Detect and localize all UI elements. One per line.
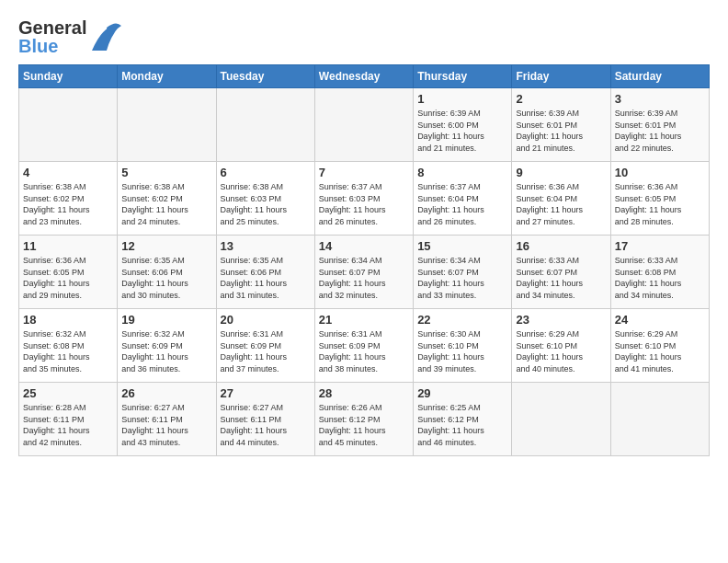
day-number: 7	[319, 166, 409, 179]
header-cell-friday: Friday	[512, 65, 610, 88]
logo-blue: Blue	[18, 37, 86, 55]
day-cell: 12Sunrise: 6:35 AM Sunset: 6:06 PM Dayli…	[118, 236, 216, 309]
day-number: 20	[221, 313, 311, 327]
day-number: 1	[417, 92, 507, 106]
day-cell: 21Sunrise: 6:31 AM Sunset: 6:09 PM Dayli…	[314, 309, 413, 383]
day-cell	[19, 88, 118, 162]
day-number: 28	[319, 386, 409, 400]
day-cell: 18Sunrise: 6:32 AM Sunset: 6:08 PM Dayli…	[19, 309, 118, 383]
header-cell-monday: Monday	[118, 65, 216, 88]
day-number: 19	[121, 313, 211, 327]
day-cell: 6Sunrise: 6:38 AM Sunset: 6:03 PM Daylig…	[216, 162, 314, 236]
day-number: 14	[319, 239, 409, 253]
day-info: Sunrise: 6:37 AM Sunset: 6:04 PM Dayligh…	[417, 181, 507, 227]
day-info: Sunrise: 6:36 AM Sunset: 6:04 PM Dayligh…	[516, 181, 606, 227]
logo-container: General Blue	[18, 18, 122, 55]
day-cell: 22Sunrise: 6:30 AM Sunset: 6:10 PM Dayli…	[414, 309, 512, 383]
day-number: 24	[615, 313, 705, 327]
header-row: SundayMondayTuesdayWednesdayThursdayFrid…	[19, 65, 710, 88]
header-cell-tuesday: Tuesday	[216, 65, 314, 88]
day-info: Sunrise: 6:39 AM Sunset: 6:00 PM Dayligh…	[417, 108, 507, 154]
day-cell: 23Sunrise: 6:29 AM Sunset: 6:10 PM Dayli…	[512, 309, 610, 383]
day-info: Sunrise: 6:35 AM Sunset: 6:06 PM Dayligh…	[221, 255, 311, 301]
logo-bird-icon	[90, 18, 122, 55]
day-info: Sunrise: 6:37 AM Sunset: 6:03 PM Dayligh…	[319, 181, 409, 227]
header: General Blue	[18, 18, 710, 55]
day-cell	[118, 88, 216, 162]
day-cell: 2Sunrise: 6:39 AM Sunset: 6:01 PM Daylig…	[512, 88, 610, 162]
day-cell: 19Sunrise: 6:32 AM Sunset: 6:09 PM Dayli…	[118, 309, 216, 383]
day-cell: 20Sunrise: 6:31 AM Sunset: 6:09 PM Dayli…	[216, 309, 314, 383]
day-cell: 1Sunrise: 6:39 AM Sunset: 6:00 PM Daylig…	[414, 88, 512, 162]
day-number: 15	[417, 239, 507, 253]
day-info: Sunrise: 6:29 AM Sunset: 6:10 PM Dayligh…	[516, 328, 606, 374]
day-cell: 11Sunrise: 6:36 AM Sunset: 6:05 PM Dayli…	[19, 236, 118, 309]
day-cell	[216, 88, 314, 162]
day-number: 26	[121, 386, 211, 400]
day-info: Sunrise: 6:33 AM Sunset: 6:07 PM Dayligh…	[516, 255, 606, 301]
day-cell: 4Sunrise: 6:38 AM Sunset: 6:02 PM Daylig…	[19, 162, 118, 236]
day-cell: 27Sunrise: 6:27 AM Sunset: 6:11 PM Dayli…	[216, 383, 314, 456]
day-info: Sunrise: 6:38 AM Sunset: 6:02 PM Dayligh…	[23, 181, 113, 227]
week-row-4: 18Sunrise: 6:32 AM Sunset: 6:08 PM Dayli…	[19, 309, 710, 383]
day-cell: 8Sunrise: 6:37 AM Sunset: 6:04 PM Daylig…	[414, 162, 512, 236]
header-cell-thursday: Thursday	[414, 65, 512, 88]
week-row-2: 4Sunrise: 6:38 AM Sunset: 6:02 PM Daylig…	[19, 162, 710, 236]
day-info: Sunrise: 6:36 AM Sunset: 6:05 PM Dayligh…	[23, 255, 113, 301]
logo-general: General	[18, 18, 86, 37]
day-cell: 29Sunrise: 6:25 AM Sunset: 6:12 PM Dayli…	[414, 383, 512, 456]
header-cell-saturday: Saturday	[610, 65, 709, 88]
day-info: Sunrise: 6:31 AM Sunset: 6:09 PM Dayligh…	[221, 328, 311, 374]
day-cell: 15Sunrise: 6:34 AM Sunset: 6:07 PM Dayli…	[414, 236, 512, 309]
day-number: 13	[221, 239, 311, 253]
day-cell: 25Sunrise: 6:28 AM Sunset: 6:11 PM Dayli…	[19, 383, 118, 456]
day-number: 6	[221, 166, 311, 179]
header-cell-wednesday: Wednesday	[314, 65, 413, 88]
day-info: Sunrise: 6:32 AM Sunset: 6:09 PM Dayligh…	[121, 328, 211, 374]
week-row-3: 11Sunrise: 6:36 AM Sunset: 6:05 PM Dayli…	[19, 236, 710, 309]
day-number: 10	[615, 166, 705, 179]
day-number: 8	[417, 166, 507, 179]
day-cell	[610, 383, 709, 456]
day-number: 12	[121, 239, 211, 253]
day-cell: 3Sunrise: 6:39 AM Sunset: 6:01 PM Daylig…	[610, 88, 709, 162]
day-info: Sunrise: 6:39 AM Sunset: 6:01 PM Dayligh…	[615, 108, 705, 154]
day-number: 3	[615, 92, 705, 106]
day-number: 17	[615, 239, 705, 253]
day-cell	[314, 88, 413, 162]
day-info: Sunrise: 6:32 AM Sunset: 6:08 PM Dayligh…	[23, 328, 113, 374]
day-number: 27	[221, 386, 311, 400]
day-cell: 9Sunrise: 6:36 AM Sunset: 6:04 PM Daylig…	[512, 162, 610, 236]
day-info: Sunrise: 6:25 AM Sunset: 6:12 PM Dayligh…	[417, 402, 507, 448]
week-row-5: 25Sunrise: 6:28 AM Sunset: 6:11 PM Dayli…	[19, 383, 710, 456]
day-info: Sunrise: 6:27 AM Sunset: 6:11 PM Dayligh…	[221, 402, 311, 448]
day-info: Sunrise: 6:36 AM Sunset: 6:05 PM Dayligh…	[615, 181, 705, 227]
header-cell-sunday: Sunday	[19, 65, 118, 88]
day-info: Sunrise: 6:33 AM Sunset: 6:08 PM Dayligh…	[615, 255, 705, 301]
day-info: Sunrise: 6:30 AM Sunset: 6:10 PM Dayligh…	[417, 328, 507, 374]
day-cell: 13Sunrise: 6:35 AM Sunset: 6:06 PM Dayli…	[216, 236, 314, 309]
day-number: 11	[23, 239, 113, 253]
day-cell: 16Sunrise: 6:33 AM Sunset: 6:07 PM Dayli…	[512, 236, 610, 309]
day-number: 22	[417, 313, 507, 327]
day-info: Sunrise: 6:34 AM Sunset: 6:07 PM Dayligh…	[319, 255, 409, 301]
day-cell: 24Sunrise: 6:29 AM Sunset: 6:10 PM Dayli…	[610, 309, 709, 383]
day-cell: 26Sunrise: 6:27 AM Sunset: 6:11 PM Dayli…	[118, 383, 216, 456]
week-row-1: 1Sunrise: 6:39 AM Sunset: 6:00 PM Daylig…	[19, 88, 710, 162]
day-info: Sunrise: 6:39 AM Sunset: 6:01 PM Dayligh…	[516, 108, 606, 154]
day-cell: 5Sunrise: 6:38 AM Sunset: 6:02 PM Daylig…	[118, 162, 216, 236]
calendar-table: SundayMondayTuesdayWednesdayThursdayFrid…	[18, 64, 710, 456]
day-number: 25	[23, 386, 113, 400]
day-info: Sunrise: 6:34 AM Sunset: 6:07 PM Dayligh…	[417, 255, 507, 301]
day-info: Sunrise: 6:38 AM Sunset: 6:03 PM Dayligh…	[221, 181, 311, 227]
day-info: Sunrise: 6:38 AM Sunset: 6:02 PM Dayligh…	[121, 181, 211, 227]
day-info: Sunrise: 6:29 AM Sunset: 6:10 PM Dayligh…	[615, 328, 705, 374]
day-number: 18	[23, 313, 113, 327]
day-number: 29	[417, 386, 507, 400]
day-cell: 14Sunrise: 6:34 AM Sunset: 6:07 PM Dayli…	[314, 236, 413, 309]
logo: General Blue	[18, 18, 122, 55]
page: General Blue SundayMondayTuesdayWednesda…	[0, 0, 728, 465]
day-info: Sunrise: 6:26 AM Sunset: 6:12 PM Dayligh…	[319, 402, 409, 448]
day-number: 21	[319, 313, 409, 327]
day-cell: 7Sunrise: 6:37 AM Sunset: 6:03 PM Daylig…	[314, 162, 413, 236]
